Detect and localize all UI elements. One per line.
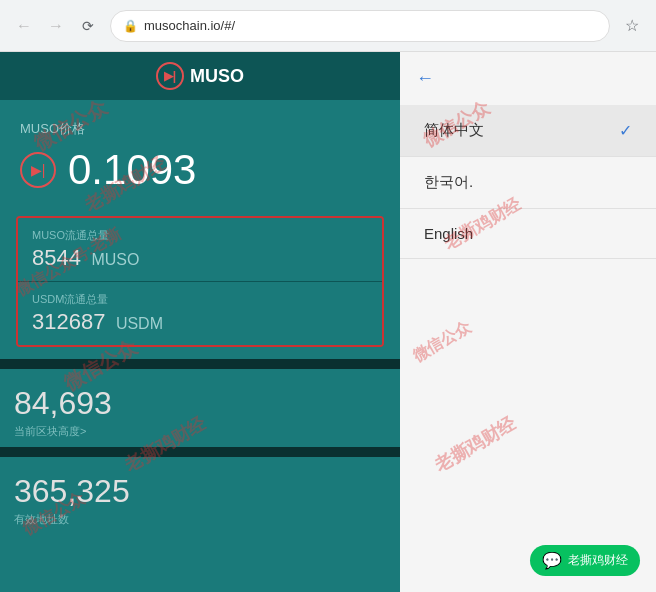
muso-supply-value-row: 8544 MUSO [32, 245, 368, 271]
lock-icon: 🔒 [123, 19, 138, 33]
top-nav: ▶| MUSO [0, 52, 400, 100]
dark-divider-1 [0, 359, 400, 369]
stats-box: MUSO流通总量 8544 MUSO USDM流通总量 312687 USDM [16, 216, 384, 347]
lang-item-ko[interactable]: 한국어. [400, 157, 656, 209]
usdm-supply-label: USDM流通总量 [32, 292, 368, 307]
addresses-row: 365,325 有效地址数 [0, 457, 400, 535]
price-section: MUSO价格 ▶| 0.1093 [0, 100, 400, 204]
usdm-supply-value-row: 312687 USDM [32, 309, 368, 335]
url-text: musochain.io/#/ [144, 18, 235, 33]
block-height-link[interactable]: 当前区块高度> [14, 425, 86, 437]
wechat-label: 老撕鸡财经 [568, 552, 628, 569]
logo-icon: ▶| [156, 62, 184, 90]
block-height-value: 84,693 [14, 385, 386, 422]
addresses-label: 有效地址数 [14, 512, 386, 527]
price-row: ▶| 0.1093 [20, 146, 380, 194]
app-title: MUSO [190, 66, 244, 87]
price-value: 0.1093 [68, 146, 196, 194]
muso-supply-value: 8544 [32, 245, 81, 270]
block-height-row: 84,693 当前区块高度> [0, 369, 400, 447]
right-panel: ← 简体中文 ✓ 한국어. English 微信公众 老撕鸡财经 微信公众 老撕… [400, 52, 656, 592]
app-container: ▶| MUSO MUSO价格 ▶| 0.1093 MUSO流通总量 8544 M… [0, 52, 656, 592]
wm-r4: 老撕鸡财经 [430, 411, 520, 477]
wm-r3: 微信公众 [409, 317, 475, 367]
left-panel: ▶| MUSO MUSO价格 ▶| 0.1093 MUSO流通总量 8544 M… [0, 52, 400, 592]
lang-label-ko: 한국어. [424, 173, 473, 192]
back-arrow[interactable]: ← [400, 52, 656, 97]
url-display: musochain.io/#/ [144, 18, 235, 33]
addresses-value: 365,325 [14, 473, 386, 510]
wechat-badge[interactable]: 💬 老撕鸡财经 [530, 545, 640, 576]
bookmark-button[interactable]: ☆ [618, 12, 646, 40]
dark-divider-2 [0, 447, 400, 457]
back-button[interactable]: ← [10, 12, 38, 40]
reload-button[interactable]: ⟳ [74, 12, 102, 40]
block-height-label: 当前区块高度> [14, 424, 386, 439]
language-options: 简体中文 ✓ 한국어. English [400, 105, 656, 259]
usdm-supply-row: USDM流通总量 312687 USDM [18, 281, 382, 345]
lang-label-zh: 简体中文 [424, 121, 484, 140]
muso-logo: ▶| MUSO [156, 62, 244, 90]
price-label: MUSO价格 [20, 120, 380, 138]
usdm-supply-unit: USDM [116, 315, 163, 332]
check-mark-zh: ✓ [619, 121, 632, 140]
forward-button[interactable]: → [42, 12, 70, 40]
lang-label-en: English [424, 225, 473, 242]
usdm-supply-value: 312687 [32, 309, 105, 334]
lang-item-zh[interactable]: 简体中文 ✓ [400, 105, 656, 157]
nav-buttons: ← → ⟳ [10, 12, 102, 40]
price-logo-icon: ▶| [20, 152, 56, 188]
muso-supply-label: MUSO流通总量 [32, 228, 368, 243]
muso-supply-unit: MUSO [91, 251, 139, 268]
browser-chrome: ← → ⟳ 🔒 musochain.io/#/ ☆ [0, 0, 656, 52]
address-bar[interactable]: 🔒 musochain.io/#/ [110, 10, 610, 42]
lang-item-en[interactable]: English [400, 209, 656, 259]
wechat-icon: 💬 [542, 551, 562, 570]
muso-supply-row: MUSO流通总量 8544 MUSO [18, 218, 382, 281]
